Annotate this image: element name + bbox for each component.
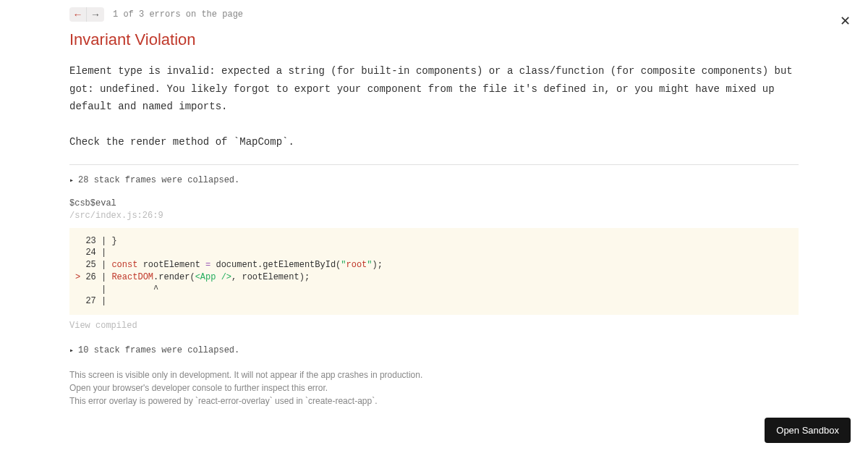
close-icon: ✕ bbox=[840, 14, 851, 28]
footer-text: This screen is visible only in developme… bbox=[69, 368, 799, 408]
disclosure-icon: ▸ bbox=[69, 176, 74, 185]
close-button[interactable]: ✕ bbox=[840, 13, 851, 29]
open-sandbox-button[interactable]: Open Sandbox bbox=[765, 418, 851, 443]
error-counter: 1 of 3 errors on the page bbox=[113, 9, 243, 20]
header-row: ← → 1 of 3 errors on the page bbox=[69, 7, 799, 22]
disclosure-icon: ▸ bbox=[69, 346, 74, 355]
frame-location[interactable]: /src/index.js:26:9 bbox=[69, 211, 799, 221]
frame-function-name: $csb$eval bbox=[69, 198, 799, 208]
error-title: Invariant Violation bbox=[69, 30, 799, 49]
collapsed-frames-label: 28 stack frames were collapsed. bbox=[78, 175, 239, 185]
collapsed-frames-1[interactable]: ▸ 28 stack frames were collapsed. bbox=[69, 175, 799, 185]
code-snippet: 23 | } 24 | 25 | const rootElement = doc… bbox=[69, 228, 799, 316]
error-message: Element type is invalid: expected a stri… bbox=[69, 62, 799, 151]
divider bbox=[69, 164, 799, 165]
footer-line-3: This error overlay is powered by `react-… bbox=[69, 394, 799, 408]
view-compiled-link[interactable]: View compiled bbox=[69, 321, 799, 331]
next-error-button[interactable]: → bbox=[87, 7, 104, 22]
footer-line-2: Open your browser's developer console to… bbox=[69, 381, 799, 394]
collapsed-frames-2[interactable]: ▸ 10 stack frames were collapsed. bbox=[69, 345, 799, 355]
error-overlay: ← → 1 of 3 errors on the page Invariant … bbox=[0, 0, 868, 422]
error-nav: ← → bbox=[69, 7, 104, 22]
collapsed-frames-label: 10 stack frames were collapsed. bbox=[78, 345, 239, 355]
prev-error-button[interactable]: ← bbox=[69, 7, 87, 22]
footer-line-1: This screen is visible only in developme… bbox=[69, 368, 799, 381]
